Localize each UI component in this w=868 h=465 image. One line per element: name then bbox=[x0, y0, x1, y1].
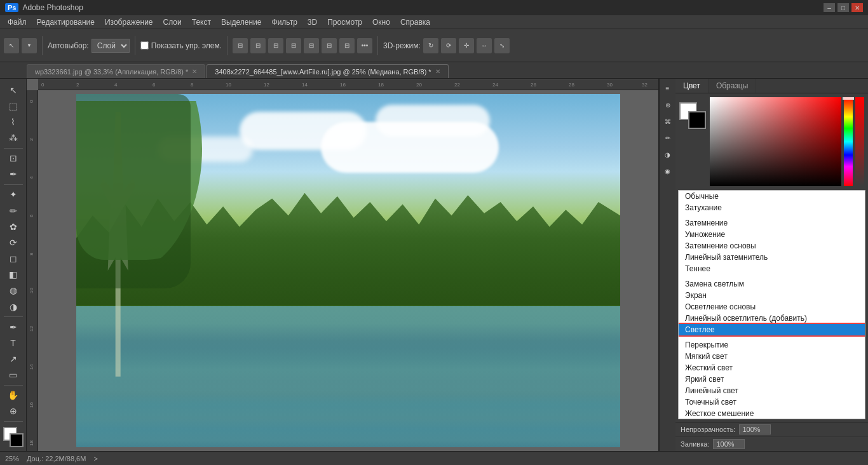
blend-mode-hard-mix[interactable]: Жесткое смешение bbox=[679, 408, 865, 419]
blend-mode-color-burn[interactable]: Затемнение основы bbox=[679, 240, 865, 252]
menu-help[interactable]: Справка bbox=[395, 17, 435, 28]
canvas-inner[interactable] bbox=[38, 90, 658, 451]
mode-3d-label: 3D-режим: bbox=[383, 41, 421, 50]
3d-scale-icon[interactable]: ⤡ bbox=[494, 38, 510, 53]
blend-mode-linear-burn[interactable]: Линейный затемнитель bbox=[679, 252, 865, 263]
menu-3d[interactable]: 3D bbox=[302, 17, 322, 28]
tab-1-close[interactable]: ✕ bbox=[435, 68, 440, 75]
eyedropper-tool[interactable]: ✒ bbox=[5, 167, 22, 182]
pen-tool[interactable]: ✒ bbox=[5, 320, 22, 334]
blend-mode-soft-light[interactable]: Мягкий свет bbox=[679, 351, 865, 362]
opacity-input[interactable] bbox=[739, 424, 771, 435]
tab-1[interactable]: 3408x2272_664485_[www.ArtFile.ru].jpg @ … bbox=[207, 64, 448, 78]
channels-icon[interactable]: ⊚ bbox=[661, 98, 675, 112]
svg-text:10: 10 bbox=[226, 82, 231, 88]
move-tool[interactable]: ↖ bbox=[5, 83, 22, 97]
hue-slider[interactable] bbox=[844, 97, 853, 186]
brush-panel-icon[interactable]: ✏ bbox=[661, 131, 675, 145]
svg-text:0: 0 bbox=[29, 100, 34, 103]
fill-input[interactable] bbox=[713, 439, 745, 449]
close-button[interactable]: ✕ bbox=[851, 3, 863, 12]
heal-tool[interactable]: ✦ bbox=[5, 187, 22, 202]
blend-mode-darken[interactable]: Затемнение bbox=[679, 217, 865, 229]
blend-mode-darker-color[interactable]: Теннее bbox=[679, 263, 865, 274]
path-select-tool[interactable]: ↗ bbox=[5, 351, 22, 366]
main-area: ↖ ⬚ ⌇ ⁂ ⊡ ✒ ✦ ✏ ✿ ⟳ ◻ ◧ ◍ ◑ ✒ T ↗ ▭ ✋ ⊕ bbox=[0, 79, 868, 451]
tab-0-close[interactable]: ✕ bbox=[192, 68, 197, 75]
blend-mode-linear-dodge[interactable]: Линейный осветлитель (добавить) bbox=[679, 313, 865, 324]
minimize-button[interactable]: – bbox=[824, 3, 835, 12]
more-options-icon[interactable]: ••• bbox=[357, 38, 372, 53]
selection-tool[interactable]: ⬚ bbox=[5, 98, 22, 113]
blend-mode-multiply[interactable]: Умножение bbox=[679, 229, 865, 240]
blend-mode-color-dodge[interactable]: Осветление основы bbox=[679, 301, 865, 313]
menubar: Файл Редактирование Изображение Слои Тек… bbox=[0, 15, 868, 29]
toolbar-sep-4 bbox=[377, 36, 378, 55]
align-right-icon[interactable]: ⊟ bbox=[268, 38, 283, 53]
more-arrow[interactable]: > bbox=[93, 455, 97, 462]
background-color[interactable] bbox=[10, 433, 24, 447]
shape-tool[interactable]: ▭ bbox=[5, 368, 22, 382]
alpha-slider[interactable] bbox=[855, 97, 864, 186]
tab-0[interactable]: wp3323661.jpg @ 33,3% (Аппликация, RGB/8… bbox=[27, 64, 205, 78]
blend-mode-overlay[interactable]: Перекрытие bbox=[679, 339, 865, 351]
3d-pan-icon[interactable]: ✛ bbox=[459, 38, 474, 53]
eraser-tool[interactable]: ◻ bbox=[5, 252, 22, 266]
blend-mode-screen[interactable]: Экран bbox=[679, 290, 865, 301]
blend-mode-hard-light[interactable]: Жесткий свет bbox=[679, 362, 865, 374]
blend-mode-normal[interactable]: Обычные bbox=[679, 191, 865, 202]
blend-mode-lighten[interactable]: Замена светлым bbox=[679, 278, 865, 290]
text-tool[interactable]: T bbox=[5, 335, 22, 350]
blend-mode-pin-light[interactable]: Точечный свет bbox=[679, 396, 865, 408]
menu-file[interactable]: Файл bbox=[3, 17, 32, 28]
blend-mode-linear-light[interactable]: Линейный свет bbox=[679, 385, 865, 396]
adjust-icon[interactable]: ◑ bbox=[661, 147, 675, 161]
layers-icon[interactable]: ≡ bbox=[661, 81, 675, 95]
blur-tool[interactable]: ◍ bbox=[5, 283, 22, 298]
menu-filter[interactable]: Фильтр bbox=[267, 17, 302, 28]
swatches-tab[interactable]: Образцы bbox=[709, 79, 756, 93]
color-gradient-field[interactable] bbox=[710, 97, 841, 186]
3d-roll-icon[interactable]: ⟳ bbox=[441, 38, 456, 53]
menu-text[interactable]: Текст bbox=[187, 17, 216, 28]
svg-text:28: 28 bbox=[569, 82, 574, 88]
menu-view[interactable]: Просмотр bbox=[322, 17, 367, 28]
3d-rotate-icon[interactable]: ↻ bbox=[423, 38, 438, 53]
move-tool-icon[interactable]: ↖ bbox=[4, 38, 19, 53]
menu-select[interactable]: Выделение bbox=[216, 17, 267, 28]
paths-icon[interactable]: ⌘ bbox=[661, 114, 675, 128]
3d-slide-icon[interactable]: ↔ bbox=[477, 38, 492, 53]
lasso-tool[interactable]: ⌇ bbox=[5, 114, 22, 129]
maximize-button[interactable]: □ bbox=[837, 3, 849, 12]
dodge-tool[interactable]: ◑ bbox=[5, 299, 22, 314]
color-swatches-container bbox=[679, 102, 707, 134]
background-swatch[interactable] bbox=[688, 111, 706, 129]
clone-tool[interactable]: ✿ bbox=[5, 219, 22, 234]
tool-options-arrow[interactable]: ▼ bbox=[22, 38, 37, 53]
blend-mode-dissolve[interactable]: Затухание bbox=[679, 202, 865, 213]
align-left-icon[interactable]: ⊟ bbox=[233, 38, 248, 53]
align-top-icon[interactable]: ⊟ bbox=[286, 38, 301, 53]
align-bottom-icon[interactable]: ⊟ bbox=[322, 38, 337, 53]
magic-wand-tool[interactable]: ⁂ bbox=[5, 131, 22, 145]
menu-edit[interactable]: Редактирование bbox=[32, 17, 100, 28]
menu-window[interactable]: Окно bbox=[367, 17, 395, 28]
color-tab[interactable]: Цвет bbox=[675, 79, 709, 93]
hand-tool[interactable]: ✋ bbox=[5, 388, 22, 403]
gradient-tool[interactable]: ◧ bbox=[5, 267, 22, 282]
brush-tool[interactable]: ✏ bbox=[5, 203, 22, 218]
autoselect-dropdown[interactable]: Слой bbox=[92, 39, 130, 53]
show-transform-checkbox[interactable] bbox=[140, 41, 149, 50]
blend-mode-lighter-color[interactable]: Светлее bbox=[679, 324, 865, 335]
show-transform-label[interactable]: Показать упр. элем. bbox=[140, 41, 222, 50]
align-center-icon[interactable]: ⊟ bbox=[250, 38, 266, 53]
blend-mode-vivid-light[interactable]: Яркий свет bbox=[679, 374, 865, 385]
menu-layers[interactable]: Слои bbox=[158, 17, 187, 28]
zoom-tool[interactable]: ⊕ bbox=[5, 404, 22, 419]
history-brush-tool[interactable]: ⟳ bbox=[5, 235, 22, 250]
align-middle-icon[interactable]: ⊟ bbox=[304, 38, 319, 53]
mask-icon[interactable]: ◉ bbox=[661, 164, 675, 178]
crop-tool[interactable]: ⊡ bbox=[5, 151, 22, 166]
distribute-icon[interactable]: ⊟ bbox=[339, 38, 355, 53]
menu-image[interactable]: Изображение bbox=[100, 17, 158, 28]
